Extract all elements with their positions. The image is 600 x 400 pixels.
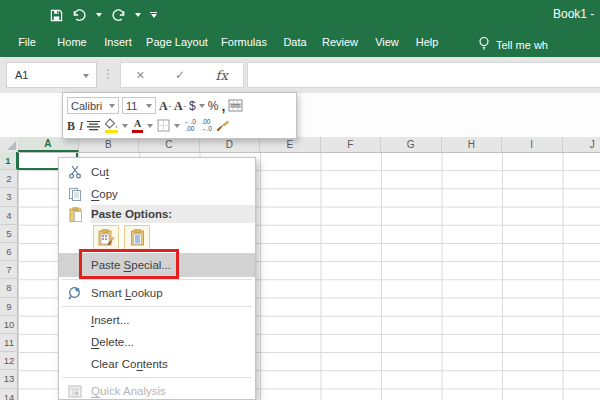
row-header-2[interactable]: 2 (0, 170, 18, 188)
font-size-dropdown-icon (146, 104, 152, 108)
tab-view[interactable]: View (375, 36, 399, 48)
redo-dropdown-icon[interactable] (135, 13, 141, 17)
increase-decimal-icon[interactable]: ←.0.00 (184, 119, 196, 133)
menu-item-insert[interactable]: Insert... (59, 309, 255, 331)
format-as-table-icon[interactable] (228, 99, 243, 112)
row-header-10[interactable]: 10 (0, 316, 18, 334)
select-all-corner[interactable] (0, 137, 19, 152)
redo-icon[interactable] (111, 9, 126, 21)
menu-item-paste-special[interactable]: Paste Special... (59, 253, 255, 277)
comma-style-icon[interactable]: , (221, 99, 225, 113)
column-header-a[interactable]: A (18, 137, 79, 152)
name-box[interactable]: A1 (6, 62, 97, 88)
menu-item-label: Insert... (91, 314, 129, 326)
font-size-select[interactable]: 11 (122, 97, 156, 114)
column-header-d[interactable]: D (200, 137, 261, 152)
font-name-select[interactable]: Calibri (67, 97, 119, 114)
column-header-b[interactable]: B (79, 137, 140, 152)
menu-item-clear-contents[interactable]: Clear Contents (59, 353, 255, 375)
row-header-1[interactable]: 1 (0, 152, 18, 170)
row-header-6[interactable]: 6 (0, 243, 18, 261)
name-box-value: A1 (15, 69, 28, 81)
mini-toolbar: Calibri 11 Aˆ Aˇ $ % , B I (62, 92, 297, 139)
column-headers: ABCDEFGHIJ (0, 137, 600, 153)
menu-item-delete[interactable]: Delete... (59, 331, 255, 353)
column-header-c[interactable]: C (139, 137, 200, 152)
row-header-11[interactable]: 11 (0, 334, 18, 352)
center-align-icon[interactable] (87, 120, 100, 131)
lightbulb-icon (478, 36, 490, 53)
ribbon-tab-row: FileHomeInsertPage LayoutFormulasDataRev… (0, 30, 600, 58)
undo-icon[interactable] (72, 9, 87, 21)
row-header-14[interactable]: 14 (0, 389, 18, 400)
tab-file[interactable]: File (18, 36, 36, 48)
select-all-icon (7, 141, 16, 150)
scissors-icon (59, 165, 91, 179)
save-icon[interactable] (50, 9, 63, 22)
tab-data[interactable]: Data (283, 36, 306, 48)
column-header-g[interactable]: G (381, 137, 442, 152)
row-header-13[interactable]: 13 (0, 370, 18, 388)
menu-item-label: Paste Special... (91, 259, 171, 271)
font-color-icon[interactable]: A (132, 119, 143, 133)
paste-option-paste-keep-formatting-icon[interactable] (93, 225, 119, 251)
menu-item-label: Clear Contents (91, 358, 168, 370)
menu-item-label: Smart Lookup (91, 287, 163, 299)
menu-section-band: Paste Options: (91, 205, 255, 223)
format-painter-icon[interactable] (216, 120, 230, 132)
context-menu: CutCopyPaste Options:Paste Special...iSm… (58, 157, 256, 400)
menu-item-quick-analysis: Quick Analysis (59, 380, 255, 400)
menu-item-cut[interactable]: Cut (59, 161, 255, 183)
cancel-icon[interactable]: × (136, 67, 144, 83)
bold-icon[interactable]: B (67, 120, 75, 132)
row-header-4[interactable]: 4 (0, 207, 18, 225)
undo-dropdown-icon[interactable] (96, 13, 102, 17)
menu-item-smart-lookup[interactable]: iSmart Lookup (59, 282, 255, 304)
decrease-decimal-icon[interactable]: .00→.0 (200, 119, 212, 133)
font-name-value: Calibri (71, 100, 102, 112)
menu-item-copy[interactable]: Copy (59, 183, 255, 205)
tab-review[interactable]: Review (322, 36, 358, 48)
font-color-dropdown-icon[interactable] (147, 124, 153, 128)
column-header-f[interactable]: F (321, 137, 382, 152)
italic-icon[interactable]: I (79, 120, 83, 132)
tab-page-layout[interactable]: Page Layout (146, 36, 208, 48)
row-header-7[interactable]: 7 (0, 261, 18, 279)
menu-item-label: Copy (91, 188, 118, 200)
fill-color-dropdown-icon[interactable] (122, 124, 128, 128)
accounting-format-dropdown-icon[interactable] (199, 104, 205, 108)
tab-home[interactable]: Home (57, 36, 86, 48)
paste-option-paste-values-icon[interactable] (124, 225, 150, 251)
tell-me-box[interactable]: Tell me wh (478, 36, 548, 53)
menu-section-paste-options: Paste Options: (59, 205, 255, 223)
row-header-8[interactable]: 8 (0, 279, 18, 297)
column-header-e[interactable]: E (260, 137, 321, 152)
formula-bar-divider: ⋮ (102, 62, 114, 86)
decrease-font-size-icon[interactable]: Aˇ (174, 100, 186, 112)
borders-icon[interactable] (157, 119, 170, 132)
tab-formulas[interactable]: Formulas (221, 36, 267, 48)
customize-quick-access-icon[interactable] (150, 12, 157, 19)
fill-color-icon[interactable] (104, 118, 118, 133)
row-header-5[interactable]: 5 (0, 225, 18, 243)
enter-icon[interactable]: ✓ (175, 68, 185, 82)
name-box-dropdown-icon[interactable] (83, 74, 89, 78)
column-header-h[interactable]: H (442, 137, 503, 152)
smart-lookup-icon: i (59, 286, 91, 301)
row-header-12[interactable]: 12 (0, 352, 18, 370)
menu-separator (62, 279, 252, 280)
tab-help[interactable]: Help (416, 36, 439, 48)
row-header-9[interactable]: 9 (0, 298, 18, 316)
accounting-format-icon[interactable]: $ (189, 100, 196, 112)
column-header-i[interactable]: I (502, 137, 563, 152)
row-header-3[interactable]: 3 (0, 188, 18, 206)
menu-item-label: Quick Analysis (91, 385, 166, 397)
column-header-j[interactable]: J (563, 137, 600, 152)
tab-insert[interactable]: Insert (104, 36, 132, 48)
tell-me-label: Tell me wh (496, 39, 548, 51)
increase-font-size-icon[interactable]: Aˆ (159, 100, 171, 112)
formula-input[interactable] (247, 62, 600, 88)
percent-style-icon[interactable]: % (208, 100, 219, 112)
borders-dropdown-icon[interactable] (174, 124, 180, 128)
insert-function-icon[interactable]: fx (216, 68, 228, 83)
